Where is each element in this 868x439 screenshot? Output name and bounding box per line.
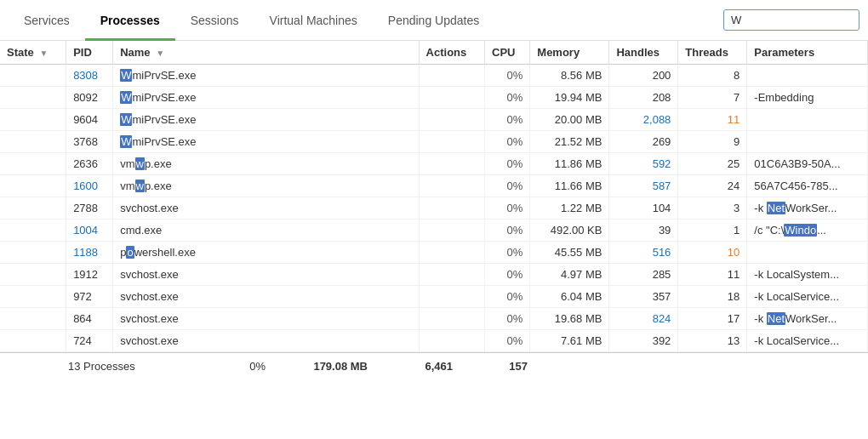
cell-parameters: 56A7C456-785...	[747, 175, 868, 197]
search-input[interactable]	[723, 9, 859, 31]
cell-memory: 45.55 MB	[530, 242, 609, 264]
tab-virtual-machines[interactable]: Virtual Machines	[254, 0, 373, 41]
cell-name: powershell.exe	[113, 242, 419, 264]
tab-sessions[interactable]: Sessions	[175, 0, 254, 41]
cell-threads: 3	[678, 197, 747, 220]
cell-pid: 864	[66, 308, 113, 330]
cell-cpu: 0%	[485, 175, 530, 197]
cell-state	[0, 220, 66, 242]
table-row: 864svchost.exe0%19.68 MB82417-k NetWorkS…	[0, 308, 868, 330]
cell-state	[0, 242, 66, 264]
cell-actions	[419, 264, 484, 286]
cell-threads: 13	[678, 330, 747, 352]
col-threads: Threads	[678, 41, 747, 65]
table-row: 724svchost.exe0%7.61 MB39213-k LocalServ…	[0, 330, 868, 352]
cell-actions	[419, 153, 484, 175]
cell-memory: 6.04 MB	[530, 286, 609, 308]
tab-pending-updates[interactable]: Pending Updates	[373, 0, 494, 41]
footer-process-count: 13 Processes	[9, 360, 136, 373]
cell-cpu: 0%	[485, 286, 530, 308]
cell-pid: 8092	[66, 87, 113, 109]
cell-name: svchost.exe	[113, 308, 419, 330]
cell-memory: 19.94 MB	[530, 87, 609, 109]
cell-memory: 19.68 MB	[530, 308, 609, 330]
cell-pid: 1912	[66, 264, 113, 286]
table-header-row: State ▼ PID Name ▼ Actions CPU Memory Ha…	[0, 41, 868, 65]
cell-parameters	[747, 242, 868, 264]
cell-pid[interactable]: 1004	[66, 220, 113, 242]
cell-handles: 587	[609, 175, 678, 197]
tab-services[interactable]: Services	[9, 0, 85, 41]
table-row: 8308WmiPrvSE.exe0%8.56 MB2008	[0, 65, 868, 87]
cell-cpu: 0%	[485, 242, 530, 264]
cell-state	[0, 131, 66, 153]
cell-threads: 25	[678, 153, 747, 175]
cell-name: WmiPrvSE.exe	[113, 65, 419, 87]
cell-threads: 1	[678, 220, 747, 242]
cell-memory: 11.86 MB	[530, 153, 609, 175]
footer-cpu: 0%	[136, 360, 272, 373]
col-name: Name ▼	[113, 41, 419, 65]
name-filter-icon[interactable]: ▼	[156, 48, 164, 58]
cell-pid: 972	[66, 286, 113, 308]
cell-threads: 18	[678, 286, 747, 308]
cell-actions	[419, 109, 484, 131]
cell-cpu: 0%	[485, 131, 530, 153]
cell-handles: 200	[609, 65, 678, 87]
cell-threads: 17	[678, 308, 747, 330]
col-actions: Actions	[419, 41, 484, 65]
cell-parameters	[747, 109, 868, 131]
cell-pid[interactable]: 1188	[66, 242, 113, 264]
cell-threads: 9	[678, 131, 747, 153]
cell-pid: 2636	[66, 153, 113, 175]
cell-name: svchost.exe	[113, 286, 419, 308]
cell-cpu: 0%	[485, 153, 530, 175]
footer-handles: 6,461	[374, 360, 460, 373]
state-filter-icon[interactable]: ▼	[39, 48, 48, 58]
tab-processes[interactable]: Processes	[85, 0, 175, 41]
cell-memory: 1.22 MB	[530, 197, 609, 220]
cell-actions	[419, 65, 484, 87]
cell-actions	[419, 197, 484, 220]
table-row: 3768WmiPrvSE.exe0%21.52 MB2699	[0, 131, 868, 153]
cell-pid[interactable]: 8308	[66, 65, 113, 87]
cell-parameters: -k LocalSystem...	[747, 264, 868, 286]
cell-cpu: 0%	[485, 308, 530, 330]
cell-parameters: -k LocalService...	[747, 330, 868, 352]
table-row: 2636vmwp.exe0%11.86 MB5922501C6A3B9-50A.…	[0, 153, 868, 175]
cell-memory: 492.00 KB	[530, 220, 609, 242]
cell-state	[0, 65, 66, 87]
cell-handles: 39	[609, 220, 678, 242]
cell-cpu: 0%	[485, 109, 530, 131]
cell-memory: 21.52 MB	[530, 131, 609, 153]
cell-state	[0, 153, 66, 175]
cell-actions	[419, 242, 484, 264]
cell-parameters: /c "C:\Windo...	[747, 220, 868, 242]
cell-state	[0, 264, 66, 286]
cell-state	[0, 87, 66, 109]
cell-parameters	[747, 65, 868, 87]
cell-pid: 724	[66, 330, 113, 352]
cell-pid: 2788	[66, 197, 113, 220]
process-table-container: State ▼ PID Name ▼ Actions CPU Memory Ha…	[0, 41, 868, 352]
cell-threads: 24	[678, 175, 747, 197]
cell-cpu: 0%	[485, 197, 530, 220]
cell-state	[0, 330, 66, 352]
cell-actions	[419, 308, 484, 330]
footer-bar: 13 Processes 0% 179.08 MB 6,461 157	[0, 352, 868, 379]
table-row: 1188powershell.exe0%45.55 MB51610	[0, 242, 868, 264]
cell-name: WmiPrvSE.exe	[113, 109, 419, 131]
cell-actions	[419, 175, 484, 197]
cell-threads: 11	[678, 264, 747, 286]
table-row: 1912svchost.exe0%4.97 MB28511-k LocalSys…	[0, 264, 868, 286]
cell-name: svchost.exe	[113, 330, 419, 352]
cell-actions	[419, 330, 484, 352]
cell-parameters: -k NetWorkSer...	[747, 197, 868, 220]
cell-actions	[419, 131, 484, 153]
cell-parameters	[747, 131, 868, 153]
col-parameters: Parameters	[747, 41, 868, 65]
table-row: 1600vmwp.exe0%11.66 MB5872456A7C456-785.…	[0, 175, 868, 197]
cell-handles: 2,088	[609, 109, 678, 131]
cell-handles: 104	[609, 197, 678, 220]
cell-pid[interactable]: 1600	[66, 175, 113, 197]
